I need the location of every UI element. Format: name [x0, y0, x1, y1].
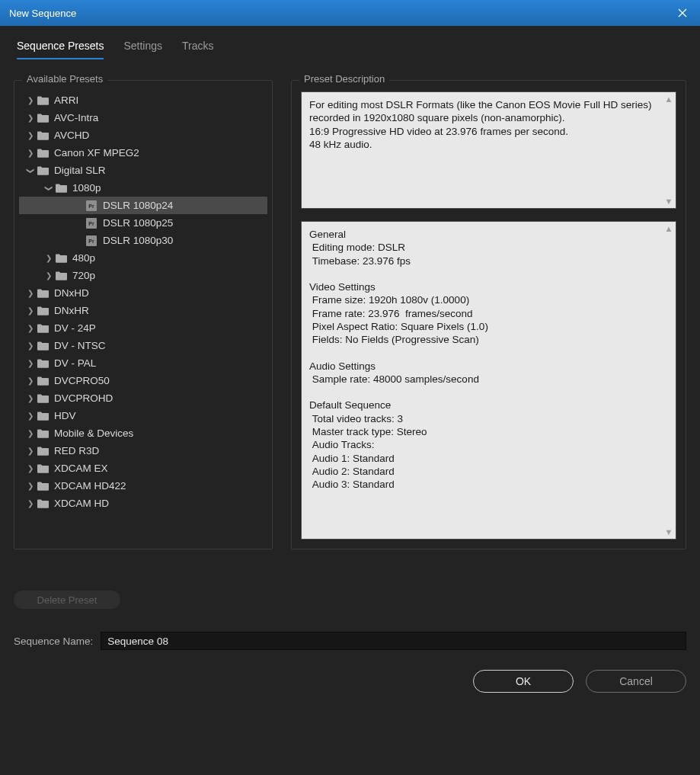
folder-icon — [36, 394, 50, 403]
chevron-right-icon: ❯ — [25, 341, 36, 350]
tree-item-1080p[interactable]: ❯ 1080p — [19, 179, 267, 197]
chevron-right-icon: ❯ — [25, 96, 36, 104]
tree-item-avcintra[interactable]: ❯ AVC-Intra — [19, 109, 267, 126]
tree-item-dslr-1080p24[interactable]: Pr DSLR 1080p24 — [19, 197, 267, 214]
delete-preset-button: Delete Preset — [14, 591, 120, 609]
chevron-right-icon: ❯ — [25, 289, 36, 297]
tree-label: ARRI — [54, 94, 78, 106]
available-presets-panel: Available Presets ❯ ARRI ❯ AVC-Intra ❯ — [14, 80, 273, 549]
chevron-right-icon: ❯ — [25, 149, 36, 157]
folder-icon — [36, 447, 50, 456]
tree-item-digitalslr[interactable]: ❯ Digital SLR — [19, 162, 267, 179]
tree-item-red[interactable]: ❯RED R3D — [19, 442, 267, 460]
tab-tracks[interactable]: Tracks — [182, 40, 213, 59]
chevron-right-icon: ❯ — [25, 114, 36, 122]
chevron-down-icon: ❯ — [27, 165, 35, 176]
folder-icon — [36, 131, 50, 140]
preset-icon: Pr — [85, 235, 98, 246]
preset-details-text[interactable]: General Editing mode: DSLR Timebase: 23.… — [301, 221, 676, 540]
tree-item-dvpal[interactable]: ❯DV - PAL — [19, 354, 267, 372]
folder-icon — [36, 429, 50, 438]
tree-label: DNxHD — [54, 287, 89, 299]
chevron-right-icon: ❯ — [25, 447, 36, 455]
tree-item-xdcamhd[interactable]: ❯XDCAM HD — [19, 495, 267, 512]
preset-description-panel: Preset Description For editing most DSLR… — [291, 80, 686, 549]
tree-label: DV - 24P — [54, 322, 96, 334]
folder-icon — [36, 306, 50, 315]
preset-icon: Pr — [85, 218, 98, 229]
tree-item-dslr-1080p25[interactable]: Pr DSLR 1080p25 — [19, 214, 267, 232]
tree-item-480p[interactable]: ❯ 480p — [19, 249, 267, 267]
tree-item-dslr-1080p30[interactable]: Pr DSLR 1080p30 — [19, 232, 267, 249]
tree-label: DSLR 1080p25 — [103, 217, 173, 229]
chevron-right-icon: ❯ — [25, 324, 36, 332]
available-presets-title: Available Presets — [22, 73, 107, 85]
folder-icon — [54, 184, 68, 193]
tree-item-dvcprohd[interactable]: ❯DVCPROHD — [19, 389, 267, 407]
svg-text:Pr: Pr — [88, 203, 94, 209]
cancel-button[interactable]: Cancel — [586, 670, 686, 693]
window-title: New Sequence — [9, 8, 76, 19]
chevron-right-icon: ❯ — [43, 254, 54, 262]
chevron-right-icon: ❯ — [43, 271, 54, 280]
svg-text:Pr: Pr — [88, 221, 94, 226]
scroll-up-icon: ▲ — [663, 223, 674, 234]
tree-item-xdcamhd422[interactable]: ❯XDCAM HD422 — [19, 477, 267, 495]
tree-label: HDV — [54, 410, 76, 421]
tree-item-hdv[interactable]: ❯HDV — [19, 407, 267, 424]
chevron-right-icon: ❯ — [25, 482, 36, 490]
new-sequence-dialog: New Sequence Sequence Presets Settings T… — [0, 0, 700, 775]
titlebar: New Sequence — [0, 0, 700, 26]
tree-label: DSLR 1080p30 — [103, 235, 173, 246]
tree-item-mobile[interactable]: ❯Mobile & Devices — [19, 424, 267, 442]
chevron-right-icon: ❯ — [25, 412, 36, 420]
tree-item-720p[interactable]: ❯ 720p — [19, 267, 267, 284]
tab-settings[interactable]: Settings — [123, 40, 162, 59]
tree-label: XDCAM HD422 — [54, 480, 126, 492]
scroll-down-icon: ▼ — [663, 527, 674, 537]
chevron-right-icon: ❯ — [25, 131, 36, 139]
chevron-right-icon: ❯ — [25, 359, 36, 367]
tree-item-dvntsc[interactable]: ❯DV - NTSC — [19, 337, 267, 354]
tree-item-arri[interactable]: ❯ ARRI — [19, 91, 267, 109]
tree-item-canonxf[interactable]: ❯ Canon XF MPEG2 — [19, 144, 267, 162]
tree-item-dvcpro50[interactable]: ❯DVCPRO50 — [19, 372, 267, 389]
tree-item-xdcamex[interactable]: ❯XDCAM EX — [19, 460, 267, 477]
tree-label: RED R3D — [54, 445, 99, 456]
folder-icon — [36, 376, 50, 386]
preset-description-text[interactable]: For editing most DSLR Formats (like the … — [301, 91, 676, 209]
tab-sequence-presets[interactable]: Sequence Presets — [17, 40, 104, 59]
folder-icon — [36, 359, 50, 368]
tree-item-dv24p[interactable]: ❯DV - 24P — [19, 319, 267, 337]
tree-label: DV - PAL — [54, 357, 96, 369]
folder-icon — [36, 96, 50, 105]
folder-icon — [54, 254, 68, 263]
chevron-down-icon: ❯ — [45, 183, 53, 194]
chevron-right-icon: ❯ — [25, 464, 36, 472]
tree-item-avchd[interactable]: ❯ AVCHD — [19, 126, 267, 144]
preset-tree[interactable]: ❯ ARRI ❯ AVC-Intra ❯ AVCHD — [19, 91, 267, 540]
sequence-name-input[interactable] — [101, 632, 686, 650]
close-button[interactable] — [665, 0, 700, 26]
tree-label: 1080p — [72, 182, 101, 194]
folder-icon — [36, 324, 50, 333]
tree-label: DSLR 1080p24 — [103, 200, 173, 211]
folder-icon — [36, 114, 50, 123]
chevron-right-icon: ❯ — [25, 394, 36, 402]
scroll-down-icon: ▼ — [663, 196, 674, 207]
folder-icon — [36, 499, 50, 508]
svg-text:Pr: Pr — [88, 239, 94, 244]
tree-item-dnxhr[interactable]: ❯DNxHR — [19, 302, 267, 319]
tree-label: DVCPROHD — [54, 392, 113, 404]
tree-label: Mobile & Devices — [54, 428, 133, 439]
folder-icon — [36, 464, 50, 473]
sequence-name-label: Sequence Name: — [14, 636, 93, 647]
chevron-right-icon: ❯ — [25, 429, 36, 437]
tree-label: DNxHR — [54, 305, 89, 316]
scroll-up-icon: ▲ — [663, 94, 674, 104]
tree-item-dnxhd[interactable]: ❯DNxHD — [19, 284, 267, 302]
tree-label: DVCPRO50 — [54, 375, 110, 386]
dialog-body: Sequence Presets Settings Tracks Availab… — [0, 26, 700, 775]
ok-button[interactable]: OK — [473, 670, 574, 693]
tree-label: 720p — [72, 270, 95, 281]
